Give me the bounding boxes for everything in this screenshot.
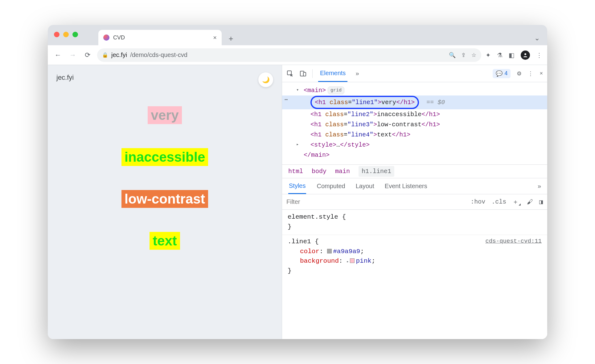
rendered-page: jec.fyi 🌙 very inaccessible low-contrast… [48,65,282,339]
back-button[interactable]: ← [53,50,63,60]
lock-icon: 🔒 [102,52,108,58]
tab-event-listeners[interactable]: Event Listeners [385,183,427,190]
prop-color[interactable]: color: #a9a9a9; [288,247,542,257]
browser-tab[interactable]: CVD × [98,30,222,45]
dom-breadcrumbs: html body main h1.line1 [282,165,547,178]
issues-button[interactable]: 💬 4 [493,69,511,78]
styles-filter-input[interactable] [286,198,385,205]
dom-node-h1-line2[interactable]: <h1 class="line2">inaccessible</h1> [282,109,547,119]
svg-point-0 [524,53,526,55]
reload-button[interactable]: ⟳ [82,50,93,60]
forward-button[interactable]: → [68,50,78,60]
styles-filter-bar: :hov .cls ＋◢ 🖌 ◨ [282,194,547,210]
settings-icon[interactable]: ⚙ [517,70,522,77]
color-swatch[interactable] [350,258,355,263]
content-area: jec.fyi 🌙 very inaccessible low-contrast… [48,65,547,339]
extensions-icon[interactable]: ✦ [486,51,491,59]
favicon-icon [103,34,109,41]
dom-node-main-close[interactable]: </main> [282,150,547,160]
tab-title: CVD [113,34,125,41]
hov-toggle[interactable]: :hov [470,198,485,205]
prop-background[interactable]: background: ▸pink; [288,256,542,266]
demo-content: very inaccessible low-contrast text [56,106,273,250]
new-style-rule-button[interactable]: ＋◢ [512,198,521,206]
close-devtools-button[interactable]: × [540,70,543,77]
paint-icon[interactable]: 🖌 [527,198,533,206]
inspect-element-icon[interactable] [286,70,294,77]
dom-node-h1-line4[interactable]: <h1 class="line4">text</h1> [282,130,547,140]
theme-toggle-button[interactable]: 🌙 [258,72,273,87]
svg-rect-3 [303,72,306,76]
tab-list-button[interactable]: ⌄ [534,34,540,45]
rule-line1[interactable]: cds-quest-cvd:11 .line1 { color: #a9a9a9… [288,237,542,276]
dom-tree[interactable]: <main>grid ⋯ <h1 class="line1">very</h1>… [282,82,547,165]
grid-badge[interactable]: grid [328,87,344,94]
devtools-toolbar: Elements » 💬 4 ⚙ ⋮ × [282,65,547,82]
dom-node-main[interactable]: <main>grid [282,85,547,95]
minimize-window-button[interactable] [63,32,69,37]
eq-ref: == $0 [426,99,445,106]
demo-line-4[interactable]: text [150,232,180,250]
devtools-menu-button[interactable]: ⋮ [528,70,533,77]
profile-avatar[interactable] [521,51,530,60]
crumb-selected[interactable]: h1.line1 [359,166,394,177]
tab-strip: CVD × + ⌄ [48,25,547,45]
close-window-button[interactable] [54,32,60,37]
dom-node-style[interactable]: <style>…</style> [282,140,547,150]
close-tab-button[interactable]: × [213,34,217,41]
demo-line-3[interactable]: low-contrast [121,190,208,208]
dom-node-h1-line1[interactable]: ⋯ <h1 class="line1">very</h1> == $0 [282,95,547,109]
maximize-window-button[interactable] [72,32,78,37]
tab-elements[interactable]: Elements [318,65,347,82]
dom-node-h1-line3[interactable]: <h1 class="line3">low-contrast</h1> [282,119,547,130]
crumb-main[interactable]: main [335,168,350,175]
ellipsis-icon[interactable]: ⋯ [285,96,288,104]
tab-layout[interactable]: Layout [356,183,374,190]
chrome-menu-button[interactable]: ⋮ [536,51,542,59]
device-toggle-icon[interactable] [299,70,307,77]
share-icon[interactable]: ⇪ [461,52,466,59]
demo-line-1[interactable]: very [148,106,182,124]
toggle-sidebar-icon[interactable]: ◨ [539,198,543,206]
rule-source-link[interactable]: cds-quest-cvd:11 [486,237,542,246]
cls-toggle[interactable]: .cls [491,198,506,205]
labs-icon[interactable]: ⚗ [497,51,503,59]
zoom-icon[interactable]: 🔍 [449,52,456,59]
crumb-body[interactable]: body [312,168,326,175]
url-domain: jec.fyi [111,51,127,59]
more-panels-button[interactable]: » [354,66,361,81]
address-bar[interactable]: 🔒 jec.fyi/demo/cds-quest-cvd 🔍 ⇪ ☆ [97,48,481,62]
devtools-panel: Elements » 💬 4 ⚙ ⋮ × <main>grid [282,65,547,339]
new-tab-button[interactable]: + [224,32,238,45]
expand-shorthand-icon[interactable]: ▸ [347,259,349,265]
tab-styles[interactable]: Styles [288,179,306,194]
browser-window: CVD × + ⌄ ← → ⟳ 🔒 jec.fyi/demo/cds-quest… [48,25,547,339]
moon-icon: 🌙 [262,76,270,83]
more-styles-tabs[interactable]: » [538,183,541,190]
browser-toolbar: ← → ⟳ 🔒 jec.fyi/demo/cds-quest-cvd 🔍 ⇪ ☆… [48,45,547,65]
issues-count: 4 [504,70,507,77]
styles-pane[interactable]: element.style { } cds-quest-cvd:11 .line… [282,210,547,281]
rule-element-style[interactable]: element.style { } [288,212,542,232]
window-controls [54,32,78,37]
crumb-html[interactable]: html [288,168,303,175]
color-swatch[interactable] [327,249,332,253]
url-path: /demo/cds-quest-cvd [130,51,187,59]
demo-line-2[interactable]: inaccessible [121,148,208,166]
site-label: jec.fyi [56,74,273,82]
tab-computed[interactable]: Computed [317,183,345,190]
selected-node-highlight: <h1 class="line1">very</h1> [310,96,419,109]
chat-icon: 💬 [496,70,503,77]
bookmark-icon[interactable]: ☆ [471,52,476,59]
styles-tabs: Styles Computed Layout Event Listeners » [282,178,547,194]
side-panel-icon[interactable]: ◧ [509,51,515,59]
